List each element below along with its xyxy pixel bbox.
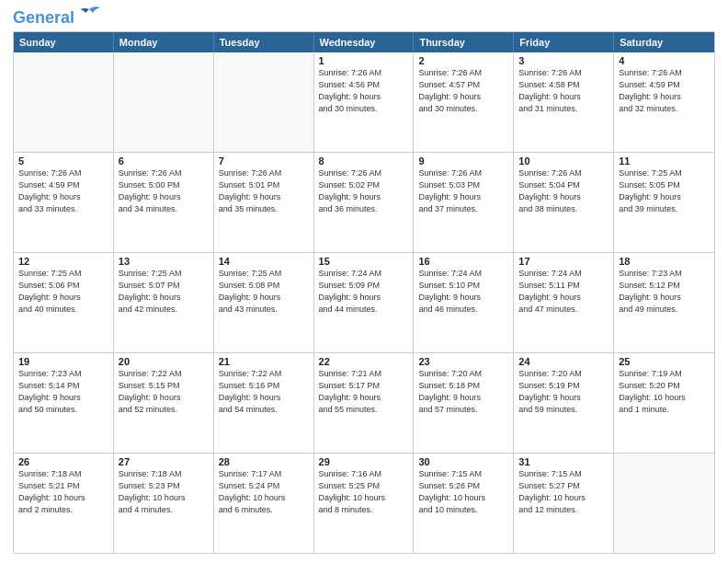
day-number: 22 <box>319 356 409 367</box>
day-number: 2 <box>418 55 508 66</box>
day-number: 7 <box>219 155 309 167</box>
day-number: 13 <box>119 256 209 267</box>
day-number: 4 <box>619 55 710 66</box>
day-cell: 13Sunrise: 7:25 AM Sunset: 5:07 PM Dayli… <box>114 253 214 352</box>
day-info: Sunrise: 7:23 AM Sunset: 5:14 PM Dayligh… <box>18 368 108 416</box>
day-number: 26 <box>18 456 108 467</box>
day-number: 6 <box>119 155 209 167</box>
day-headers: SundayMondayTuesdayWednesdayThursdayFrid… <box>14 32 714 52</box>
week-row-4: 26Sunrise: 7:18 AM Sunset: 5:21 PM Dayli… <box>14 454 714 553</box>
day-number: 10 <box>518 155 609 167</box>
day-info: Sunrise: 7:20 AM Sunset: 5:19 PM Dayligh… <box>518 368 609 416</box>
day-cell: 7Sunrise: 7:26 AM Sunset: 5:01 PM Daylig… <box>214 153 314 252</box>
day-number: 12 <box>18 256 108 267</box>
day-number: 5 <box>18 155 108 167</box>
day-header-monday: Monday <box>114 32 214 52</box>
day-info: Sunrise: 7:18 AM Sunset: 5:23 PM Dayligh… <box>119 468 209 516</box>
day-cell: 4Sunrise: 7:26 AM Sunset: 4:59 PM Daylig… <box>614 52 714 152</box>
day-header-saturday: Saturday <box>614 32 714 52</box>
calendar-body: 1Sunrise: 7:26 AM Sunset: 4:56 PM Daylig… <box>14 52 714 553</box>
day-info: Sunrise: 7:23 AM Sunset: 5:12 PM Dayligh… <box>619 268 710 316</box>
day-info: Sunrise: 7:16 AM Sunset: 5:25 PM Dayligh… <box>319 468 409 516</box>
day-cell: 6Sunrise: 7:26 AM Sunset: 5:00 PM Daylig… <box>114 153 214 252</box>
day-info: Sunrise: 7:25 AM Sunset: 5:07 PM Dayligh… <box>119 268 209 316</box>
day-cell: 12Sunrise: 7:25 AM Sunset: 5:06 PM Dayli… <box>14 253 114 352</box>
week-row-1: 5Sunrise: 7:26 AM Sunset: 4:59 PM Daylig… <box>14 153 714 253</box>
day-cell: 27Sunrise: 7:18 AM Sunset: 5:23 PM Dayli… <box>114 454 214 553</box>
day-info: Sunrise: 7:15 AM Sunset: 5:26 PM Dayligh… <box>418 468 508 516</box>
day-header-wednesday: Wednesday <box>314 32 415 52</box>
day-cell: 24Sunrise: 7:20 AM Sunset: 5:19 PM Dayli… <box>514 353 614 453</box>
day-cell: 3Sunrise: 7:26 AM Sunset: 4:58 PM Daylig… <box>514 52 614 152</box>
day-number: 31 <box>518 456 609 467</box>
day-info: Sunrise: 7:25 AM Sunset: 5:06 PM Dayligh… <box>18 268 108 316</box>
day-cell <box>214 52 314 152</box>
day-info: Sunrise: 7:26 AM Sunset: 5:02 PM Dayligh… <box>319 167 409 215</box>
day-info: Sunrise: 7:20 AM Sunset: 5:18 PM Dayligh… <box>418 368 508 416</box>
day-cell: 21Sunrise: 7:22 AM Sunset: 5:16 PM Dayli… <box>214 353 314 453</box>
day-info: Sunrise: 7:24 AM Sunset: 5:09 PM Dayligh… <box>319 268 409 316</box>
day-header-sunday: Sunday <box>14 32 114 52</box>
page: General SundayMondayTuesdayWednesdayThur… <box>0 0 728 563</box>
day-number: 30 <box>418 456 508 467</box>
day-cell: 31Sunrise: 7:15 AM Sunset: 5:27 PM Dayli… <box>514 454 614 553</box>
day-number: 8 <box>319 155 409 167</box>
day-number: 24 <box>518 356 609 367</box>
day-number: 16 <box>418 256 508 267</box>
day-info: Sunrise: 7:21 AM Sunset: 5:17 PM Dayligh… <box>319 368 409 416</box>
day-number: 1 <box>319 55 409 66</box>
day-cell: 30Sunrise: 7:15 AM Sunset: 5:26 PM Dayli… <box>414 454 514 553</box>
day-info: Sunrise: 7:19 AM Sunset: 5:20 PM Dayligh… <box>619 368 710 416</box>
day-header-friday: Friday <box>514 32 614 52</box>
day-info: Sunrise: 7:24 AM Sunset: 5:11 PM Dayligh… <box>518 268 609 316</box>
day-cell: 16Sunrise: 7:24 AM Sunset: 5:10 PM Dayli… <box>414 253 514 352</box>
day-info: Sunrise: 7:24 AM Sunset: 5:10 PM Dayligh… <box>418 268 508 316</box>
day-cell: 15Sunrise: 7:24 AM Sunset: 5:09 PM Dayli… <box>314 253 415 352</box>
day-number: 21 <box>219 356 309 367</box>
day-cell: 17Sunrise: 7:24 AM Sunset: 5:11 PM Dayli… <box>514 253 614 352</box>
day-header-thursday: Thursday <box>414 32 514 52</box>
day-info: Sunrise: 7:26 AM Sunset: 5:00 PM Dayligh… <box>119 167 209 215</box>
day-info: Sunrise: 7:26 AM Sunset: 4:56 PM Dayligh… <box>319 67 409 115</box>
day-number: 23 <box>418 356 508 367</box>
day-info: Sunrise: 7:26 AM Sunset: 4:59 PM Dayligh… <box>18 167 108 215</box>
logo: General <box>13 9 102 24</box>
day-info: Sunrise: 7:25 AM Sunset: 5:08 PM Dayligh… <box>219 268 309 316</box>
day-info: Sunrise: 7:26 AM Sunset: 4:59 PM Dayligh… <box>619 67 710 115</box>
day-number: 28 <box>219 456 309 467</box>
day-number: 11 <box>619 155 710 167</box>
day-cell: 25Sunrise: 7:19 AM Sunset: 5:20 PM Dayli… <box>614 353 714 453</box>
week-row-0: 1Sunrise: 7:26 AM Sunset: 4:56 PM Daylig… <box>14 52 714 153</box>
day-cell <box>114 52 214 152</box>
day-cell: 5Sunrise: 7:26 AM Sunset: 4:59 PM Daylig… <box>14 153 114 252</box>
day-cell: 14Sunrise: 7:25 AM Sunset: 5:08 PM Dayli… <box>214 253 314 352</box>
day-cell <box>14 52 114 152</box>
day-number: 17 <box>518 256 609 267</box>
day-info: Sunrise: 7:26 AM Sunset: 5:01 PM Dayligh… <box>219 167 309 215</box>
day-info: Sunrise: 7:22 AM Sunset: 5:16 PM Dayligh… <box>219 368 309 416</box>
logo-bird-icon <box>76 6 102 24</box>
day-cell <box>614 454 714 553</box>
day-cell: 8Sunrise: 7:26 AM Sunset: 5:02 PM Daylig… <box>314 153 415 252</box>
day-number: 29 <box>319 456 409 467</box>
logo-text: General <box>13 9 74 26</box>
day-cell: 29Sunrise: 7:16 AM Sunset: 5:25 PM Dayli… <box>314 454 415 553</box>
header: General <box>13 9 715 24</box>
day-cell: 1Sunrise: 7:26 AM Sunset: 4:56 PM Daylig… <box>314 52 415 152</box>
day-cell: 11Sunrise: 7:25 AM Sunset: 5:05 PM Dayli… <box>614 153 714 252</box>
day-cell: 20Sunrise: 7:22 AM Sunset: 5:15 PM Dayli… <box>114 353 214 453</box>
week-row-2: 12Sunrise: 7:25 AM Sunset: 5:06 PM Dayli… <box>14 253 714 353</box>
day-info: Sunrise: 7:15 AM Sunset: 5:27 PM Dayligh… <box>518 468 609 516</box>
day-info: Sunrise: 7:25 AM Sunset: 5:05 PM Dayligh… <box>619 167 710 215</box>
day-number: 20 <box>119 356 209 367</box>
calendar: SundayMondayTuesdayWednesdayThursdayFrid… <box>13 31 715 554</box>
day-info: Sunrise: 7:26 AM Sunset: 5:04 PM Dayligh… <box>518 167 609 215</box>
day-number: 19 <box>18 356 108 367</box>
day-number: 15 <box>319 256 409 267</box>
week-row-3: 19Sunrise: 7:23 AM Sunset: 5:14 PM Dayli… <box>14 353 714 454</box>
day-number: 3 <box>518 55 609 66</box>
day-info: Sunrise: 7:26 AM Sunset: 5:03 PM Dayligh… <box>418 167 508 215</box>
day-cell: 2Sunrise: 7:26 AM Sunset: 4:57 PM Daylig… <box>414 52 514 152</box>
day-cell: 9Sunrise: 7:26 AM Sunset: 5:03 PM Daylig… <box>414 153 514 252</box>
day-cell: 23Sunrise: 7:20 AM Sunset: 5:18 PM Dayli… <box>414 353 514 453</box>
